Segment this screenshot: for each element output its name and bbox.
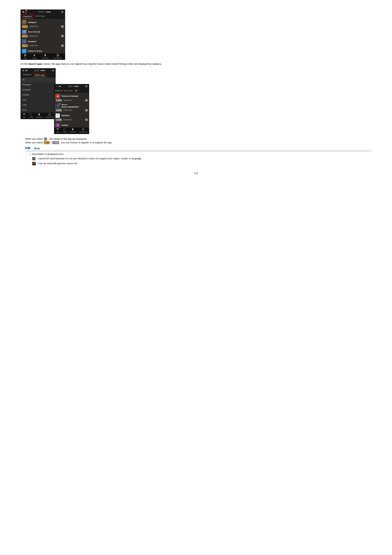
tab-registered[interactable]: Registered xyxy=(22,73,33,77)
category-item[interactable]: Productivity xyxy=(21,87,56,92)
nav-manage-jobs[interactable]: Manage jobs xyxy=(79,128,87,133)
toggle-off-inline: OFF xyxy=(52,141,59,144)
tabs-row: Registered Search apps xyxy=(21,73,56,78)
svg-point-4 xyxy=(23,70,24,71)
info-icon: i xyxy=(44,137,47,141)
onenote-icon: N xyxy=(56,123,60,127)
menu-icon[interactable] xyxy=(61,11,64,13)
app-item[interactable]: f Facebook ON CANON INC. i xyxy=(21,38,65,48)
svg-rect-2 xyxy=(24,55,25,56)
tab-search-apps[interactable]: Search apps xyxy=(34,14,46,19)
app-name: Scan to E-mail xyxy=(28,30,40,33)
gear-icon[interactable] xyxy=(22,69,24,72)
toggle-on[interactable]: ON xyxy=(22,35,28,38)
nav-apps[interactable]: Apps xyxy=(23,113,26,118)
info-icon[interactable]: i xyxy=(85,109,88,111)
info-icon[interactable]: i xyxy=(61,44,64,47)
app-item[interactable]: ✉ Scan to E-mail ON CANON INC. i xyxy=(21,29,65,38)
app-item[interactable]: 🖨 Remote print manager OFF CANON INC. i xyxy=(54,93,89,102)
nav-properties[interactable]: Properties xyxy=(70,128,76,133)
app-item[interactable]: 🐦 Photos in Tweets xyxy=(21,48,65,53)
svg-rect-1 xyxy=(25,54,26,55)
series-label: series xyxy=(46,11,51,13)
svg-rect-6 xyxy=(24,114,25,114)
tab-search-apps[interactable]: Search apps xyxy=(33,73,46,77)
app-item[interactable]: 📠 Scan to Remote PIXUS/MAXIFY OFF CANON … xyxy=(54,102,89,112)
gear-icon[interactable] xyxy=(56,85,58,88)
info-icon[interactable]: i xyxy=(85,99,88,102)
toggle-off[interactable]: OFF xyxy=(56,99,62,102)
app-item[interactable]: N OneNote xyxy=(54,122,89,127)
gear-icon[interactable] xyxy=(22,11,24,13)
category-item[interactable]: Photography xyxy=(21,82,56,87)
vendor-label: CANON INC. xyxy=(29,25,38,28)
bottom-nav: Apps Config Properties Manage jobs xyxy=(54,127,89,134)
toggle-on[interactable]: ON xyxy=(22,44,28,47)
app-item[interactable]: ⧉ SlideShare OFF CANON INC. i xyxy=(54,112,89,122)
category-item[interactable]: Cards xyxy=(21,97,56,102)
category-item[interactable]: Creativity xyxy=(21,92,56,97)
info-icon[interactable]: i xyxy=(61,35,64,37)
note-title: Note xyxy=(34,146,40,151)
svg-line-16 xyxy=(33,158,35,159)
vendor-label: CANON INC. xyxy=(63,119,72,121)
app-name: Facebook xyxy=(28,40,36,43)
note-arrows-icon xyxy=(25,147,33,150)
screenshot-categories: 🖶▾ series Registered Search apps All Pho… xyxy=(21,68,56,119)
model-blur xyxy=(38,11,44,13)
twitter-photos-icon: 🐦 xyxy=(22,49,26,53)
nav-config[interactable]: Config xyxy=(62,128,66,133)
category-item[interactable]: Forms xyxy=(21,107,56,112)
svg-rect-5 xyxy=(23,114,24,114)
nav-apps[interactable]: Apps xyxy=(56,128,59,133)
app-item[interactable]: 📷 Instagram ON CANON INC. i xyxy=(21,19,65,29)
toggle-off[interactable]: OFF xyxy=(56,118,62,121)
note-list: Description of displayed icons : Cannot … xyxy=(25,152,371,165)
app-name: Photos in Tweets xyxy=(28,50,42,52)
nav-properties[interactable]: Properties xyxy=(36,113,43,118)
svg-rect-7 xyxy=(49,114,50,116)
vendor-label: CANON INC. xyxy=(29,44,38,47)
svg-marker-13 xyxy=(27,147,28,149)
slideshare-icon: ⧉ xyxy=(56,113,60,118)
crumb-registered[interactable]: Registered xyxy=(55,89,63,92)
toggle-on[interactable]: ON xyxy=(22,25,28,28)
nav-manage-jobs[interactable]: Manage jobs xyxy=(45,113,54,118)
chevron-icon: » xyxy=(74,89,75,92)
crumb-search[interactable]: Search apps xyxy=(64,89,72,92)
breadcrumb: Registered Search apps » All xyxy=(54,89,89,93)
tab-registered[interactable]: Registered xyxy=(22,14,33,19)
nav-config[interactable]: Config xyxy=(32,54,36,59)
bottom-nav: Apps Config Properties Manage jobs xyxy=(21,53,65,60)
printer-icon[interactable]: 🖶▾ xyxy=(59,85,61,88)
crumb-all[interactable]: All xyxy=(75,89,77,92)
printer-icon[interactable]: 🖶▾ xyxy=(25,69,28,72)
page-number: 119 xyxy=(21,172,371,175)
genuine-ink-icon xyxy=(32,162,36,165)
nav-config[interactable]: Config xyxy=(29,113,33,118)
screenshot-search-results: 🖶▾ series Registered Search apps » All 🖨… xyxy=(54,84,89,134)
category-item[interactable]: Crafts xyxy=(21,102,56,107)
info-icon[interactable]: i xyxy=(85,118,88,121)
note-box: Note Description of displayed icons : Ca… xyxy=(25,146,371,165)
model-blur xyxy=(34,70,39,71)
vendor-label: CANON INC. xyxy=(63,109,72,111)
phone-header: 🖶▾ series xyxy=(21,68,56,73)
phone-header: 🖶▾ series xyxy=(54,84,89,89)
info-icon[interactable]: i xyxy=(61,25,64,28)
app-name: OneNote xyxy=(62,124,68,126)
bottom-nav: Apps Config Properties Manage jobs xyxy=(21,112,56,119)
menu-icon[interactable] xyxy=(52,69,54,72)
mail-icon: ✉ xyxy=(22,30,26,34)
remote-print-icon: 🖨 xyxy=(56,94,60,98)
nav-properties[interactable]: Properties xyxy=(42,54,48,59)
menu-icon[interactable] xyxy=(85,85,88,88)
note-line: Description of displayed icons : Cannot … xyxy=(30,152,371,165)
printer-icon[interactable]: 🖶▾ xyxy=(25,11,28,13)
category-all[interactable]: All xyxy=(21,78,56,82)
app-name: Remote print manager xyxy=(62,95,78,97)
nav-apps[interactable]: Apps xyxy=(24,54,27,59)
nav-manage-jobs[interactable]: Manage jobs xyxy=(54,54,62,59)
prohibit-icon xyxy=(32,157,36,160)
toggle-off[interactable]: OFF xyxy=(56,109,62,112)
